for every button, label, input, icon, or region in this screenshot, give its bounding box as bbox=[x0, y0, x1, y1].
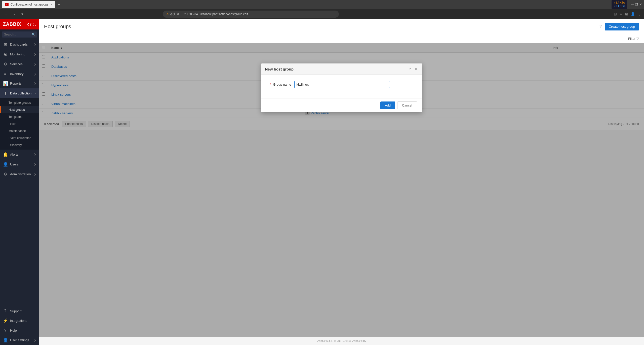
url-text: 192.168.234.33/zabbix.php?action=hostgro… bbox=[181, 12, 248, 16]
integrations-icon: ⚡ bbox=[3, 318, 8, 323]
network-speed: ↑ 1.4 KB/s ↓ 3.1 KB/s bbox=[612, 0, 627, 9]
menu-icon[interactable]: ⋮ bbox=[637, 12, 641, 16]
submenu-item-host-groups[interactable]: Host groups bbox=[0, 106, 39, 113]
submenu-item-maintenance[interactable]: Maintenance bbox=[0, 127, 39, 134]
submenu-item-templates[interactable]: Templates bbox=[0, 113, 39, 120]
filter-label: Filter bbox=[628, 37, 635, 41]
minimize-button[interactable]: — bbox=[631, 3, 634, 6]
restore-button[interactable]: ❐ bbox=[635, 3, 638, 6]
sidebar-item-users[interactable]: 👤 Users ❯ bbox=[0, 159, 39, 169]
sidebar-item-services[interactable]: ⚙ Services ❯ bbox=[0, 59, 39, 69]
support-label: Support bbox=[10, 309, 36, 313]
alerts-icon: 🔔 bbox=[3, 152, 8, 157]
sidebar-item-help[interactable]: ? Help bbox=[0, 326, 39, 335]
address-input-bar[interactable]: ⚠ 不安全 192.168.234.33/zabbix.php?action=h… bbox=[163, 11, 339, 18]
submenu-item-event-correlation[interactable]: Event correlation bbox=[0, 134, 39, 142]
modal-cancel-button[interactable]: Cancel bbox=[397, 101, 417, 109]
help-icon: ? bbox=[3, 328, 8, 333]
back-button[interactable]: ← bbox=[3, 12, 9, 17]
sidebar-item-support[interactable]: ? Support bbox=[0, 306, 39, 316]
sidebar-collapse-button[interactable]: ❮❮ ⛶ bbox=[27, 23, 36, 26]
submenu-item-discovery[interactable]: Discovery bbox=[0, 142, 39, 149]
filter-icon[interactable]: ▽ bbox=[636, 37, 639, 41]
group-name-row: * Group name bbox=[266, 81, 417, 88]
dashboards-arrow: ❯ bbox=[34, 43, 36, 46]
reports-icon: 📊 bbox=[3, 81, 8, 86]
monitoring-arrow: ❯ bbox=[34, 53, 36, 56]
browser-toolbar-icons: ⊟ ☆ ⊞ 👤 ⋮ bbox=[614, 12, 641, 16]
sidebar-item-data-collection[interactable]: ⬇ Data collection ‹ bbox=[0, 88, 39, 98]
group-name-label: * Group name bbox=[266, 83, 291, 86]
modal-body: * Group name bbox=[261, 75, 422, 98]
sidebar-item-inventory[interactable]: ≡ Inventory ❯ bbox=[0, 69, 39, 79]
group-name-input[interactable] bbox=[294, 81, 390, 88]
sidebar-search-container: 🔍 bbox=[0, 29, 39, 40]
services-label: Services bbox=[10, 62, 31, 66]
inventory-label: Inventory bbox=[10, 72, 31, 76]
address-bar: ← → ↻ ⚠ 不安全 192.168.234.33/zabbix.php?ac… bbox=[0, 9, 644, 19]
modal-overlay: New host group ? × * Group name bbox=[39, 43, 644, 337]
inventory-arrow: ❯ bbox=[34, 73, 36, 75]
user-settings-icon: 👤 bbox=[3, 338, 8, 342]
modal-header: New host group ? × bbox=[261, 63, 422, 75]
bookmark-icon[interactable]: ☆ bbox=[619, 12, 623, 16]
data-collection-arrow: ‹ bbox=[35, 92, 36, 95]
main-content: Host groups ? Create host group Filter ▽ bbox=[39, 19, 644, 345]
browser-chrome: Z Configuration of host groups × + ↑ 1.4… bbox=[0, 0, 644, 9]
submenu-item-template-groups[interactable]: Template groups bbox=[0, 99, 39, 106]
close-button[interactable]: ✕ bbox=[639, 3, 642, 6]
dashboards-label: Dashboards bbox=[10, 43, 31, 46]
sidebar-item-alerts[interactable]: 🔔 Alerts ❯ bbox=[0, 150, 39, 159]
reports-label: Reports bbox=[10, 82, 31, 85]
window-controls: — ❐ ✕ bbox=[631, 3, 642, 6]
modal-add-button[interactable]: Add bbox=[380, 101, 395, 109]
administration-arrow: ❯ bbox=[34, 173, 36, 176]
search-wrap: 🔍 bbox=[2, 31, 37, 38]
refresh-button[interactable]: ↻ bbox=[19, 12, 24, 17]
data-collection-icon: ⬇ bbox=[3, 91, 8, 96]
sidebar-item-administration[interactable]: ⚙ Administration ❯ bbox=[0, 169, 39, 179]
search-icon: 🔍 bbox=[32, 33, 35, 36]
inventory-icon: ≡ bbox=[3, 72, 8, 76]
submenu-item-hosts[interactable]: Hosts bbox=[0, 120, 39, 127]
modal-close-icon[interactable]: × bbox=[414, 66, 418, 72]
page-title: Host groups bbox=[44, 24, 71, 29]
page-help-icon[interactable]: ? bbox=[599, 24, 602, 29]
users-label: Users bbox=[10, 162, 31, 166]
new-tab-button[interactable]: + bbox=[56, 2, 61, 7]
services-arrow: ❯ bbox=[34, 63, 36, 65]
logo-text: ZABBIX bbox=[3, 22, 21, 27]
footer-text: Zabbix 6.4.6. © 2001–2023, Zabbix SIA bbox=[317, 339, 366, 342]
profile-icon[interactable]: 👤 bbox=[631, 12, 635, 16]
app-container: ZABBIX ❮❮ ⛶ 🔍 ⊞ Dashboards ❯ ◉ Monitorin… bbox=[0, 19, 644, 345]
alerts-label: Alerts bbox=[10, 153, 31, 156]
sidebar-item-dashboards[interactable]: ⊞ Dashboards ❯ bbox=[0, 40, 39, 49]
services-icon: ⚙ bbox=[3, 62, 8, 66]
monitoring-icon: ◉ bbox=[3, 52, 8, 57]
required-asterisk: * bbox=[270, 83, 271, 86]
sidebar-bottom: ? Support ⚡ Integrations ? Help 👤 User s… bbox=[0, 306, 39, 345]
tab-bar: Z Configuration of host groups × + bbox=[2, 1, 610, 8]
create-host-group-button[interactable]: Create host group bbox=[605, 23, 639, 30]
help-label: Help bbox=[10, 329, 36, 332]
users-icon: 👤 bbox=[3, 162, 8, 167]
header-actions: ? Create host group bbox=[599, 23, 639, 30]
sidebar-item-reports[interactable]: 📊 Reports ❯ bbox=[0, 79, 39, 88]
translate-icon[interactable]: ⊟ bbox=[614, 12, 617, 16]
tab-title: Configuration of host groups bbox=[11, 3, 49, 6]
administration-label: Administration bbox=[10, 172, 31, 176]
modal-help-icon[interactable]: ? bbox=[408, 66, 412, 72]
tab-close-button[interactable]: × bbox=[51, 3, 52, 6]
users-arrow: ❯ bbox=[34, 163, 36, 166]
user-settings-arrow: ❯ bbox=[34, 339, 36, 341]
sidebar-item-user-settings[interactable]: 👤 User settings ❯ bbox=[0, 335, 39, 345]
content-area: Name Info Applications bbox=[39, 43, 644, 337]
sidebar-item-monitoring[interactable]: ◉ Monitoring ❯ bbox=[0, 49, 39, 59]
sidebar-item-integrations[interactable]: ⚡ Integrations bbox=[0, 316, 39, 326]
active-tab[interactable]: Z Configuration of host groups × bbox=[2, 1, 55, 8]
tab-favicon: Z bbox=[5, 3, 9, 6]
forward-button[interactable]: → bbox=[11, 12, 17, 17]
filter-bar: Filter ▽ bbox=[39, 34, 644, 43]
support-icon: ? bbox=[3, 309, 8, 313]
extensions-icon[interactable]: ⊞ bbox=[625, 12, 628, 16]
